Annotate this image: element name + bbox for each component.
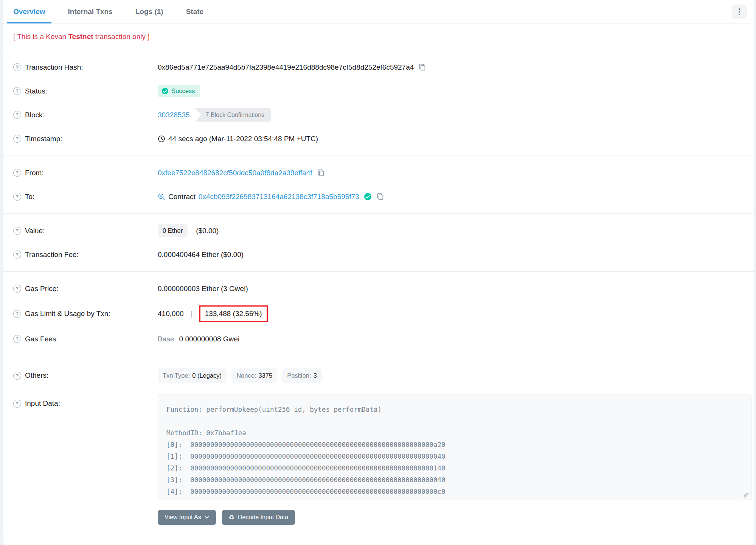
copy-icon[interactable] bbox=[418, 63, 426, 71]
row-gas-limit-usage: ? Gas Limit & Usage by Txn: 410,000 | 13… bbox=[13, 301, 744, 327]
help-icon[interactable]: ? bbox=[13, 169, 21, 177]
gas-fees-base-value: 0.000000008 Gwei bbox=[179, 335, 240, 343]
timestamp-label: Timestamp: bbox=[25, 135, 62, 143]
tab-logs[interactable]: Logs (1) bbox=[129, 1, 169, 23]
chevron-down-icon bbox=[205, 515, 209, 520]
from-label: From: bbox=[25, 169, 44, 177]
help-icon[interactable]: ? bbox=[13, 111, 21, 119]
copy-icon[interactable] bbox=[376, 193, 384, 201]
position-badge: Position: 3 bbox=[282, 368, 321, 383]
input-data-word: [0]: 00000000000000000000000000000000000… bbox=[166, 439, 747, 451]
value-usd: ($0.00) bbox=[196, 227, 219, 235]
row-transaction-fee: ? Transaction Fee: 0.000400464 Ether ($0… bbox=[13, 243, 744, 266]
transaction-fee-label: Transaction Fee: bbox=[25, 251, 79, 259]
row-input-data: ? Input Data: Function: performUpkeep(ui… bbox=[13, 390, 744, 505]
input-data-actions: View Input As ♻ Decode Input Data bbox=[158, 510, 744, 529]
tab-internal-txns[interactable]: Internal Txns bbox=[62, 1, 119, 23]
decode-icon: ♻ bbox=[229, 514, 234, 521]
input-data-word: [3]: 00000000000000000000000000000000000… bbox=[166, 474, 747, 486]
row-timestamp: ? Timestamp: 44 secs ago (Mar-11-2022 03… bbox=[13, 127, 744, 151]
status-badge-text: Success bbox=[171, 87, 195, 95]
transaction-fee-value: 0.000400464 Ether ($0.00) bbox=[158, 251, 244, 259]
value-label: Value: bbox=[25, 227, 45, 235]
gas-limit-value: 410,000 bbox=[158, 310, 184, 318]
gas-usage-value: 133,488 (32.56%) bbox=[205, 310, 262, 318]
input-data-word: [4]: 00000000000000000000000000000000000… bbox=[166, 486, 747, 498]
timestamp-value: 44 secs ago (Mar-11-2022 03:54:48 PM +UT… bbox=[168, 135, 318, 143]
section-value: ? Value: 0 Ether ($0.00) ? Transaction F… bbox=[3, 214, 754, 272]
from-address-link[interactable]: 0xfee7522e8482682cf50ddc50a0f8da2a39effa… bbox=[158, 169, 312, 177]
section-others-input: ? Others: Txn Type: 0 (Legacy) Nonce: 33… bbox=[3, 356, 754, 534]
annotation-highlight-box: 133,488 (32.56%) bbox=[199, 305, 268, 322]
help-icon[interactable]: ? bbox=[13, 400, 21, 408]
transaction-hash-value: 0x86ed5a771e725aa94d5b7fa2398e4419e216d8… bbox=[158, 63, 414, 72]
block-number-link[interactable]: 30328535 bbox=[158, 111, 190, 119]
gas-limit-usage-label: Gas Limit & Usage by Txn: bbox=[25, 310, 110, 318]
tab-bar: Overview Internal Txns Logs (1) State bbox=[3, 0, 754, 23]
input-data-function-line: Function: performUpkeep(uint256 id, byte… bbox=[166, 404, 747, 416]
others-label: Others: bbox=[25, 371, 48, 380]
copy-icon[interactable] bbox=[317, 169, 325, 177]
section-addresses: ? From: 0xfee7522e8482682cf50ddc50a0f8da… bbox=[3, 156, 754, 214]
block-label: Block: bbox=[25, 111, 45, 119]
decode-input-data-button[interactable]: ♻ Decode Input Data bbox=[222, 510, 295, 525]
section-gas: ? Gas Price: 0.000000003 Ether (3 Gwei) … bbox=[3, 272, 754, 356]
to-address-link[interactable]: 0x4cb093f226983713164a62138c3f718a5b595f… bbox=[199, 193, 359, 201]
input-data-word: [5]: 00000000000000000000000000000000000… bbox=[166, 498, 747, 500]
row-from: ? From: 0xfee7522e8482682cf50ddc50a0f8da… bbox=[13, 161, 744, 185]
gas-separator: | bbox=[191, 310, 192, 318]
warning-bold: Testnet bbox=[68, 33, 93, 40]
help-icon[interactable]: ? bbox=[13, 372, 21, 380]
warning-suffix: transaction only ] bbox=[93, 33, 150, 40]
view-input-as-button[interactable]: View Input As bbox=[158, 510, 216, 525]
gas-price-label: Gas Price: bbox=[25, 285, 59, 293]
tab-state[interactable]: State bbox=[180, 1, 210, 23]
status-label: Status: bbox=[25, 87, 47, 95]
gas-fees-label: Gas Fees: bbox=[25, 335, 58, 343]
check-circle-icon bbox=[161, 87, 169, 95]
section-overview-top: ? Transaction Hash: 0x86ed5a771e725aa94d… bbox=[3, 50, 754, 156]
verified-check-icon bbox=[364, 193, 372, 201]
row-to: ? To: Contract 0x4cb093f226983713164a621… bbox=[13, 185, 744, 209]
resize-handle[interactable] bbox=[744, 493, 750, 499]
tab-overview[interactable]: Overview bbox=[7, 1, 51, 23]
row-status: ? Status: Success bbox=[13, 79, 744, 103]
help-icon[interactable]: ? bbox=[13, 63, 21, 71]
help-icon[interactable]: ? bbox=[13, 227, 21, 235]
nonce-badge: Nonce: 3375 bbox=[231, 368, 277, 383]
input-data-textarea[interactable]: Function: performUpkeep(uint256 id, byte… bbox=[158, 394, 751, 500]
row-gas-price: ? Gas Price: 0.000000003 Ether (3 Gwei) bbox=[13, 277, 744, 301]
gas-fees-base-label: Base: bbox=[158, 335, 176, 343]
ether-value-badge: 0 Ether bbox=[158, 224, 188, 237]
testnet-warning: [ This is a Kovan Testnet transaction on… bbox=[3, 23, 754, 50]
transaction-card: Overview Internal Txns Logs (1) State [ … bbox=[3, 0, 754, 545]
help-icon[interactable]: ? bbox=[13, 251, 21, 258]
input-data-label: Input Data: bbox=[25, 399, 60, 408]
row-block: ? Block: 30328535 7 Block Confirmations bbox=[13, 103, 744, 127]
help-icon[interactable]: ? bbox=[13, 310, 21, 318]
help-icon[interactable]: ? bbox=[13, 87, 21, 95]
input-data-word: [1]: 00000000000000000000000000000000000… bbox=[166, 451, 747, 462]
clock-icon bbox=[158, 135, 165, 143]
transaction-hash-label: Transaction Hash: bbox=[25, 63, 83, 72]
more-options-button[interactable] bbox=[732, 5, 747, 19]
block-confirmations-badge: 7 Block Confirmations bbox=[195, 108, 272, 122]
help-icon[interactable]: ? bbox=[13, 285, 21, 293]
kebab-icon bbox=[739, 8, 740, 10]
row-gas-fees: ? Gas Fees: Base: 0.000000008 Gwei bbox=[13, 327, 744, 351]
warning-prefix: [ This is a Kovan bbox=[13, 33, 68, 40]
row-transaction-hash: ? Transaction Hash: 0x86ed5a771e725aa94d… bbox=[13, 55, 744, 79]
to-contract-prefix: Contract bbox=[168, 193, 196, 201]
help-icon[interactable]: ? bbox=[13, 335, 21, 343]
gas-price-value: 0.000000003 Ether (3 Gwei) bbox=[158, 285, 248, 293]
help-icon[interactable]: ? bbox=[13, 193, 21, 201]
input-data-word: [2]: 00000000000000000000000000000000000… bbox=[166, 462, 747, 474]
txn-type-badge: Txn Type: 0 (Legacy) bbox=[158, 368, 227, 383]
help-icon[interactable]: ? bbox=[13, 135, 21, 143]
zoom-in-icon[interactable] bbox=[158, 193, 165, 201]
input-data-methodid-line: MethodID: 0x7bbaf1ea bbox=[166, 427, 747, 439]
to-label: To: bbox=[25, 193, 34, 201]
status-badge: Success bbox=[158, 85, 200, 97]
row-value: ? Value: 0 Ether ($0.00) bbox=[13, 219, 744, 243]
row-others: ? Others: Txn Type: 0 (Legacy) Nonce: 33… bbox=[13, 361, 744, 390]
